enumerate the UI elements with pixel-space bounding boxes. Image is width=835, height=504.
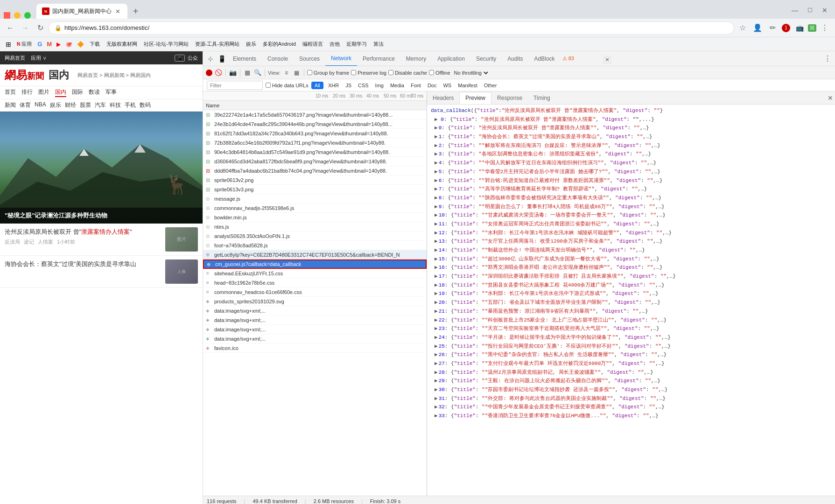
nav-体育[interactable]: 体育 (20, 101, 31, 109)
close-window-btn[interactable]: ✕ (818, 4, 831, 17)
preserve-log-checkbox[interactable]: Preserve log (351, 70, 386, 76)
filter-all-btn[interactable]: All (311, 82, 323, 89)
table-row[interactable]: ◈ data:image/svg+xml;... (203, 315, 427, 325)
table-row[interactable]: ▨ 90e4c3db64814b8aa1dd57c549ae91d9.png?i… (203, 147, 427, 157)
filter-js[interactable]: JS (344, 82, 353, 89)
bookmark-youtube[interactable]: ▶ (55, 40, 63, 49)
main-news-image[interactable]: 🦌 "秘境之眼"记录澜沧江源多种野生动物 (0, 112, 203, 224)
view-compact-icon[interactable]: ▦ (293, 69, 301, 77)
news-item-1[interactable]: 沧州反渎局原局长被双开 曾"泄露案情办人情案" 反渎局迹记人情案1小时前 图片 (0, 224, 203, 256)
tab-response[interactable]: Response (491, 92, 528, 104)
cat-排行[interactable]: 排行 (21, 88, 33, 97)
apps-icon[interactable]: ⊞ (4, 40, 13, 49)
filter-other[interactable]: Other (482, 82, 499, 89)
table-row[interactable]: ◈ data:image/svg+xml;... (203, 325, 427, 334)
table-row[interactable]: ◈ data:image/svg+xml;... (203, 334, 427, 343)
table-row[interactable]: ▨ 72b3882a6cc34e16b2f009fd792a17f1.png?i… (203, 138, 427, 147)
filter-img[interactable]: Img (373, 82, 386, 89)
view-list-icon[interactable]: ≡ (282, 69, 291, 77)
tab-sources[interactable]: Sources (294, 51, 325, 66)
filter-icon[interactable]: ▦ (243, 69, 252, 77)
bookmark-community[interactable]: 社区-论坛-学习网站 (141, 40, 191, 49)
offline-checkbox[interactable]: Offline (429, 70, 450, 76)
window-maximize[interactable] (24, 12, 31, 19)
tab-memory[interactable]: Memory (400, 51, 432, 66)
devtools-more[interactable]: ⋮ (822, 53, 833, 64)
nav-财经[interactable]: 财经 (65, 101, 76, 109)
filter-manifest[interactable]: Manifest (456, 82, 479, 89)
tab-headers[interactable]: Headers (427, 92, 459, 104)
cat-国内[interactable]: 国内 (55, 88, 66, 97)
nav-NBA[interactable]: NBA (35, 101, 46, 109)
cast-icon[interactable]: 📺 (793, 21, 806, 35)
table-row[interactable]: ◎ bowlder.min.js (203, 213, 427, 222)
bookmark-google[interactable]: G (35, 40, 44, 49)
back-button[interactable]: ← (4, 21, 17, 35)
tab-security[interactable]: Security (470, 51, 502, 66)
table-row[interactable]: ▨ sprite0613v3.png (203, 185, 427, 194)
bookmark-guitar[interactable]: 吉他 (327, 40, 343, 49)
bookmark-netease[interactable]: N 应用 (14, 40, 35, 49)
tab-preview[interactable]: Preview (459, 92, 491, 104)
tab-console[interactable]: Console (262, 51, 294, 66)
tab-performance[interactable]: Performance (357, 51, 400, 66)
table-row[interactable]: ▨ 81c62f17dd3a4182a34c728ca340b643.png?i… (203, 129, 427, 138)
filter-ws[interactable]: WS (441, 82, 453, 89)
filter-xhr[interactable]: XHR (326, 82, 341, 89)
table-row[interactable]: ◈ favicon.ico (203, 343, 427, 353)
extensions-icon[interactable]: ✏ (766, 21, 779, 35)
bookmark-android[interactable]: 多彩的Android (260, 40, 299, 49)
hide-data-urls-checkbox[interactable]: Hide data URLs (266, 83, 309, 88)
filter-doc[interactable]: Doc (426, 82, 439, 89)
bookmark-algorithm[interactable]: 算法 (371, 40, 386, 49)
tab-close-icon[interactable]: ✕ (114, 7, 122, 15)
cat-图片[interactable]: 图片 (38, 88, 49, 97)
address-bar[interactable]: 🔒 https://news.163.com/domestic/ (49, 21, 734, 35)
table-row[interactable]: ◈ products_sprites20181029.svg (203, 297, 427, 306)
bookmark-gmail[interactable]: M (45, 40, 54, 49)
cat-军事[interactable]: 军事 (105, 88, 117, 97)
filter-input[interactable] (207, 81, 263, 90)
clear-button[interactable]: 🚫 (214, 69, 223, 77)
cat-首页[interactable]: 首页 (5, 88, 16, 97)
bookmark-entertainment[interactable]: 娱乐 (243, 40, 259, 49)
throttle-select[interactable]: No throttling Fast 3G Slow 3G (452, 70, 490, 76)
nav-股票[interactable]: 股票 (80, 101, 91, 109)
browser-tab-active[interactable]: N 国内新闻_网易新闻中心 ✕ (36, 4, 127, 19)
window-minimize[interactable] (14, 12, 21, 19)
minimize-btn[interactable]: — (788, 4, 801, 17)
filter-css[interactable]: CSS (356, 82, 371, 89)
record-button[interactable] (206, 70, 212, 76)
window-close[interactable] (4, 12, 10, 19)
selected-request-row[interactable]: ⊕ cm_guonei.js?callback=data_callback ← (203, 259, 427, 269)
col-name[interactable]: Name (203, 101, 427, 110)
restore-btn[interactable]: ☐ (803, 4, 816, 17)
table-row[interactable]: ◎ foot~a7459c8ad5828.js (203, 241, 427, 250)
nav-汽车[interactable]: 汽车 (95, 101, 106, 109)
table-row[interactable]: ◎ message.js (203, 194, 427, 203)
profile-icon[interactable]: 👤 (751, 21, 764, 35)
filter-font[interactable]: Font (409, 82, 423, 89)
more-button[interactable]: ⋮ (818, 21, 831, 35)
table-row[interactable]: ≡ head~83c1962e78b5e.css (203, 278, 427, 287)
table-row[interactable]: ▨ 24e3b1d64cde47eaa8c295c39044e46b.png?i… (203, 119, 427, 129)
cat-国际[interactable]: 国际 (72, 88, 83, 97)
site-nav-homepage[interactable]: 网易首页 (5, 55, 25, 62)
table-row[interactable]: ◎ ntes.js (203, 222, 427, 231)
bookmark-resources[interactable]: 资源-工具-实用网站 (192, 40, 242, 49)
nav-手机[interactable]: 手机 (125, 101, 136, 109)
table-row[interactable]: ◎ analysiS0628.350ctAoOoFtN.1.js (203, 231, 427, 241)
news-item-2[interactable]: 海协会会长：蔡英文"过境"美国的实质是寻求靠山 人像 (0, 256, 203, 288)
nav-数码[interactable]: 数码 (140, 101, 151, 109)
filter-media[interactable]: Media (388, 82, 406, 89)
new-tab-button[interactable]: + (129, 5, 142, 18)
group-frame-checkbox[interactable]: Group by frame (307, 70, 349, 76)
table-row[interactable]: ≡ sitehead.EEskuzjUIYFt.15.css (203, 269, 427, 278)
tab-elements[interactable]: Elements (227, 51, 262, 66)
bookmark-github[interactable]: 🐙 (63, 40, 74, 49)
tab-network[interactable]: Network (325, 51, 357, 66)
devtools-picker-icon[interactable]: ⊹ (205, 53, 216, 64)
cat-数读[interactable]: 数读 (89, 88, 100, 97)
bookmark-recent[interactable]: 近期学习 (344, 40, 370, 49)
table-row[interactable]: ⊕ getLoc8yIp?key=C6E22B7D480E3312C74EC7E… (203, 250, 427, 259)
